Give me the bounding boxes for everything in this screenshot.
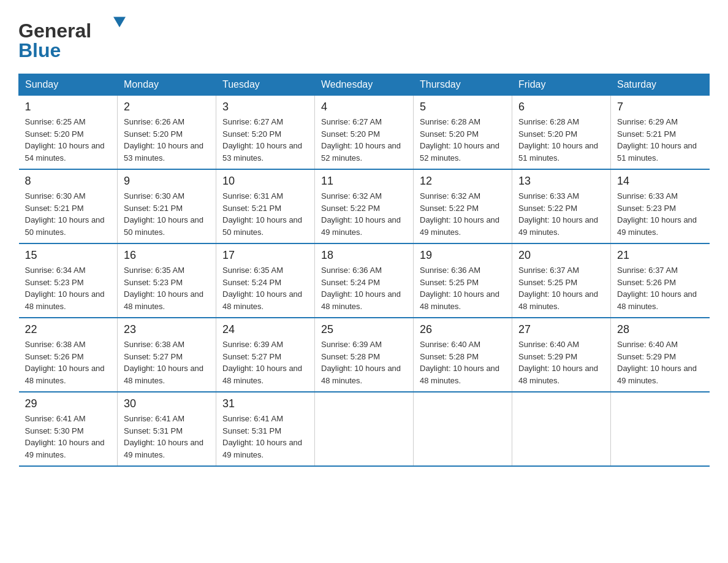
day-info: Sunrise: 6:37 AMSunset: 5:26 PMDaylight:… xyxy=(617,264,703,312)
day-info: Sunrise: 6:28 AMSunset: 5:20 PMDaylight:… xyxy=(420,116,506,164)
week-row-4: 22 Sunrise: 6:38 AMSunset: 5:26 PMDaylig… xyxy=(19,318,710,392)
day-info: Sunrise: 6:32 AMSunset: 5:22 PMDaylight:… xyxy=(420,190,506,238)
day-cell: 3 Sunrise: 6:27 AMSunset: 5:20 PMDayligh… xyxy=(216,96,315,170)
day-info: Sunrise: 6:31 AMSunset: 5:21 PMDaylight:… xyxy=(222,190,308,238)
header-friday: Friday xyxy=(512,74,611,96)
day-info: Sunrise: 6:36 AMSunset: 5:25 PMDaylight:… xyxy=(420,264,506,312)
day-number: 31 xyxy=(222,397,308,410)
week-row-5: 29 Sunrise: 6:41 AMSunset: 5:30 PMDaylig… xyxy=(19,392,710,466)
day-info: Sunrise: 6:26 AMSunset: 5:20 PMDaylight:… xyxy=(124,116,210,164)
day-info: Sunrise: 6:30 AMSunset: 5:21 PMDaylight:… xyxy=(124,190,210,238)
day-number: 3 xyxy=(222,101,308,113)
day-cell: 29 Sunrise: 6:41 AMSunset: 5:30 PMDaylig… xyxy=(19,392,118,466)
day-cell: 31 Sunrise: 6:41 AMSunset: 5:31 PMDaylig… xyxy=(216,392,315,466)
day-number: 1 xyxy=(25,101,112,113)
day-number: 24 xyxy=(222,323,308,336)
day-cell: 13 Sunrise: 6:33 AMSunset: 5:22 PMDaylig… xyxy=(512,169,611,243)
header-thursday: Thursday xyxy=(414,74,512,96)
day-cell xyxy=(512,392,611,466)
day-info: Sunrise: 6:38 AMSunset: 5:27 PMDaylight:… xyxy=(124,339,210,386)
day-cell: 28 Sunrise: 6:40 AMSunset: 5:29 PMDaylig… xyxy=(611,318,710,392)
day-cell: 15 Sunrise: 6:34 AMSunset: 5:23 PMDaylig… xyxy=(19,243,118,318)
day-cell: 19 Sunrise: 6:36 AMSunset: 5:25 PMDaylig… xyxy=(414,243,512,318)
day-info: Sunrise: 6:33 AMSunset: 5:22 PMDaylight:… xyxy=(518,190,604,238)
day-number: 25 xyxy=(321,323,407,336)
day-cell: 2 Sunrise: 6:26 AMSunset: 5:20 PMDayligh… xyxy=(118,96,216,170)
day-cell: 8 Sunrise: 6:30 AMSunset: 5:21 PMDayligh… xyxy=(19,169,118,243)
day-info: Sunrise: 6:35 AMSunset: 5:23 PMDaylight:… xyxy=(124,264,210,312)
day-number: 11 xyxy=(321,175,407,188)
day-info: Sunrise: 6:39 AMSunset: 5:28 PMDaylight:… xyxy=(321,339,407,386)
day-number: 19 xyxy=(420,249,506,262)
day-number: 18 xyxy=(321,249,407,262)
logo: General Blue xyxy=(18,12,129,61)
day-info: Sunrise: 6:29 AMSunset: 5:21 PMDaylight:… xyxy=(617,116,703,164)
day-cell: 1 Sunrise: 6:25 AMSunset: 5:20 PMDayligh… xyxy=(19,96,118,170)
day-cell: 5 Sunrise: 6:28 AMSunset: 5:20 PMDayligh… xyxy=(414,96,512,170)
day-info: Sunrise: 6:27 AMSunset: 5:20 PMDaylight:… xyxy=(321,116,407,164)
day-info: Sunrise: 6:36 AMSunset: 5:24 PMDaylight:… xyxy=(321,264,407,312)
header-monday: Monday xyxy=(118,74,216,96)
header-wednesday: Wednesday xyxy=(315,74,414,96)
day-info: Sunrise: 6:40 AMSunset: 5:28 PMDaylight:… xyxy=(420,339,506,386)
header-tuesday: Tuesday xyxy=(216,74,315,96)
day-info: Sunrise: 6:40 AMSunset: 5:29 PMDaylight:… xyxy=(617,339,703,386)
calendar-table: SundayMondayTuesdayWednesdayThursdayFrid… xyxy=(18,74,710,467)
day-cell: 10 Sunrise: 6:31 AMSunset: 5:21 PMDaylig… xyxy=(216,169,315,243)
day-cell: 4 Sunrise: 6:27 AMSunset: 5:20 PMDayligh… xyxy=(315,96,414,170)
day-info: Sunrise: 6:41 AMSunset: 5:30 PMDaylight:… xyxy=(25,413,112,461)
day-info: Sunrise: 6:30 AMSunset: 5:21 PMDaylight:… xyxy=(25,190,112,238)
day-number: 6 xyxy=(518,101,604,113)
day-cell: 12 Sunrise: 6:32 AMSunset: 5:22 PMDaylig… xyxy=(414,169,512,243)
day-number: 8 xyxy=(25,175,112,188)
day-number: 12 xyxy=(420,175,506,188)
day-cell xyxy=(315,392,414,466)
day-info: Sunrise: 6:32 AMSunset: 5:22 PMDaylight:… xyxy=(321,190,407,238)
day-info: Sunrise: 6:41 AMSunset: 5:31 PMDaylight:… xyxy=(222,413,308,461)
day-number: 16 xyxy=(124,249,210,262)
week-row-1: 1 Sunrise: 6:25 AMSunset: 5:20 PMDayligh… xyxy=(19,96,710,170)
day-number: 7 xyxy=(617,101,703,113)
svg-text:General: General xyxy=(18,20,91,42)
day-cell xyxy=(414,392,512,466)
day-info: Sunrise: 6:34 AMSunset: 5:23 PMDaylight:… xyxy=(25,264,112,312)
day-cell: 18 Sunrise: 6:36 AMSunset: 5:24 PMDaylig… xyxy=(315,243,414,318)
day-info: Sunrise: 6:28 AMSunset: 5:20 PMDaylight:… xyxy=(518,116,604,164)
svg-text:Blue: Blue xyxy=(18,39,61,61)
day-number: 29 xyxy=(25,397,112,410)
day-number: 27 xyxy=(518,323,604,336)
day-number: 30 xyxy=(124,397,210,410)
day-number: 23 xyxy=(124,323,210,336)
week-row-3: 15 Sunrise: 6:34 AMSunset: 5:23 PMDaylig… xyxy=(19,243,710,318)
day-cell: 25 Sunrise: 6:39 AMSunset: 5:28 PMDaylig… xyxy=(315,318,414,392)
day-number: 15 xyxy=(25,249,112,262)
day-number: 17 xyxy=(222,249,308,262)
day-cell: 6 Sunrise: 6:28 AMSunset: 5:20 PMDayligh… xyxy=(512,96,611,170)
day-cell: 7 Sunrise: 6:29 AMSunset: 5:21 PMDayligh… xyxy=(611,96,710,170)
logo-svg: General Blue xyxy=(18,12,129,61)
day-number: 20 xyxy=(518,249,604,262)
day-number: 5 xyxy=(420,101,506,113)
day-cell: 14 Sunrise: 6:33 AMSunset: 5:23 PMDaylig… xyxy=(611,169,710,243)
day-info: Sunrise: 6:39 AMSunset: 5:27 PMDaylight:… xyxy=(222,339,308,386)
day-number: 2 xyxy=(124,101,210,113)
day-info: Sunrise: 6:25 AMSunset: 5:20 PMDaylight:… xyxy=(25,116,112,164)
day-cell: 24 Sunrise: 6:39 AMSunset: 5:27 PMDaylig… xyxy=(216,318,315,392)
day-cell xyxy=(611,392,710,466)
day-cell: 30 Sunrise: 6:41 AMSunset: 5:31 PMDaylig… xyxy=(118,392,216,466)
day-number: 21 xyxy=(617,249,703,262)
svg-marker-1 xyxy=(113,17,126,28)
page-header: General Blue xyxy=(18,12,710,61)
day-number: 10 xyxy=(222,175,308,188)
day-number: 28 xyxy=(617,323,703,336)
day-info: Sunrise: 6:40 AMSunset: 5:29 PMDaylight:… xyxy=(518,339,604,386)
day-info: Sunrise: 6:41 AMSunset: 5:31 PMDaylight:… xyxy=(124,413,210,461)
day-cell: 16 Sunrise: 6:35 AMSunset: 5:23 PMDaylig… xyxy=(118,243,216,318)
day-cell: 17 Sunrise: 6:35 AMSunset: 5:24 PMDaylig… xyxy=(216,243,315,318)
day-info: Sunrise: 6:38 AMSunset: 5:26 PMDaylight:… xyxy=(25,339,112,386)
header-saturday: Saturday xyxy=(611,74,710,96)
day-cell: 23 Sunrise: 6:38 AMSunset: 5:27 PMDaylig… xyxy=(118,318,216,392)
header-sunday: Sunday xyxy=(19,74,118,96)
week-row-2: 8 Sunrise: 6:30 AMSunset: 5:21 PMDayligh… xyxy=(19,169,710,243)
day-info: Sunrise: 6:33 AMSunset: 5:23 PMDaylight:… xyxy=(617,190,703,238)
